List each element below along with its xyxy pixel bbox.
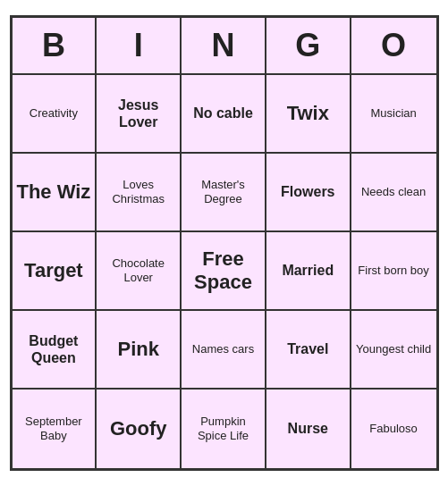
bingo-cell: Fabuloso [351, 390, 436, 468]
cell-text: Nurse [288, 420, 328, 437]
bingo-cell: Names cars [182, 311, 266, 390]
cell-text: No cable [193, 105, 253, 122]
cell-text: Chocolate Lover [100, 256, 176, 284]
bingo-cell: Master's Degree [182, 154, 266, 232]
bingo-cell: Travel [266, 311, 351, 390]
bingo-cell: Twix [266, 75, 351, 154]
cell-text: Married [282, 262, 334, 279]
bingo-cell: The Wiz [13, 154, 97, 232]
cell-text: Budget Queen [16, 332, 92, 366]
bingo-cell: Free Space [182, 232, 266, 311]
header-letter: G [266, 18, 351, 75]
cell-text: Names cars [192, 342, 254, 356]
bingo-card: BINGO CreativityJesus LoverNo cableTwixM… [10, 15, 439, 471]
bingo-cell: Pink [97, 311, 182, 390]
bingo-header: BINGO [13, 18, 436, 75]
cell-text: Loves Christmas [100, 178, 176, 205]
bingo-cell: Target [13, 232, 97, 311]
bingo-cell: Pumpkin Spice Life [182, 390, 266, 468]
bingo-cell: Youngest child [351, 311, 436, 390]
header-letter: I [97, 18, 182, 75]
cell-text: Fabuloso [369, 422, 417, 436]
bingo-cell: Budget Queen [13, 311, 97, 390]
bingo-grid: CreativityJesus LoverNo cableTwixMusicia… [13, 75, 436, 468]
cell-text: First born boy [358, 264, 428, 278]
cell-text: Free Space [185, 247, 261, 295]
cell-text: Target [24, 259, 83, 282]
bingo-cell: Goofy [97, 390, 182, 468]
cell-text: Master's Degree [185, 178, 261, 205]
cell-text: Travel [287, 340, 328, 357]
cell-text: Goofy [110, 417, 167, 440]
cell-text: Pumpkin Spice Life [185, 415, 261, 442]
cell-text: The Wiz [16, 180, 90, 204]
bingo-cell: Creativity [13, 75, 97, 154]
bingo-cell: Loves Christmas [97, 154, 182, 232]
bingo-cell: Musician [351, 75, 436, 154]
cell-text: September Baby [16, 415, 92, 442]
bingo-cell: Nurse [266, 390, 351, 468]
cell-text: Musician [370, 106, 416, 121]
bingo-cell: Married [266, 232, 351, 311]
header-letter: B [13, 18, 97, 75]
bingo-cell: Needs clean [351, 154, 436, 232]
bingo-cell: Jesus Lover [97, 75, 182, 154]
cell-text: Flowers [281, 183, 334, 200]
cell-text: Pink [117, 338, 158, 361]
bingo-cell: No cable [182, 75, 266, 154]
bingo-cell: Chocolate Lover [97, 232, 182, 311]
cell-text: Jesus Lover [100, 96, 176, 130]
cell-text: Needs clean [361, 185, 426, 199]
bingo-cell: First born boy [351, 232, 436, 311]
cell-text: Twix [287, 102, 329, 125]
bingo-cell: September Baby [13, 390, 97, 468]
header-letter: O [351, 18, 436, 75]
header-letter: N [182, 18, 266, 75]
cell-text: Creativity [30, 106, 78, 121]
cell-text: Youngest child [356, 342, 431, 356]
bingo-cell: Flowers [266, 154, 351, 232]
